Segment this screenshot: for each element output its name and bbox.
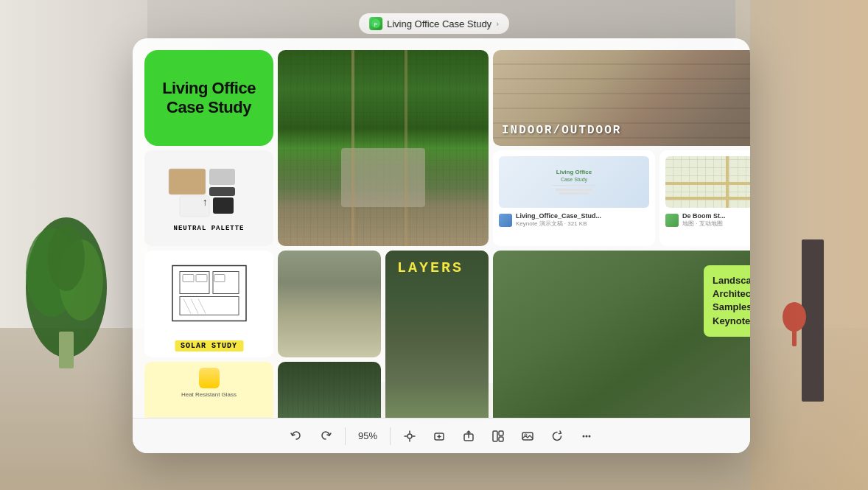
notes-app-icon [199,368,220,388]
zoom-value: 95% [351,430,384,441]
keynote-placeholder-lines [552,189,596,195]
title-text: Living OfficeCase Study [162,79,256,118]
redo-button[interactable] [312,423,339,449]
landscape-card[interactable]: Landscape Architects' Work Samples: See … [493,251,750,418]
svg-text:F: F [374,21,378,28]
indoor-outdoor-card[interactable]: INDOOR/OUTDOOR [493,50,750,146]
green-wall-photo [278,50,489,246]
keynote-text-info: Living_Office_Case_Stud... Keynote 演示文稿 … [516,212,601,228]
map-file-info: De Boom St... 地图 · 互动地图 [665,212,750,228]
svg-rect-41 [499,431,503,435]
media-button[interactable] [514,423,541,449]
material-swatches [161,165,257,220]
svg-rect-20 [213,197,234,214]
green-wall-card-2[interactable] [278,362,381,418]
keynote-file-card[interactable]: Living Office Case Study Living_Office_C… [493,150,655,246]
svg-line-30 [198,298,206,313]
svg-point-46 [586,435,588,437]
solar-study-label: SOLAR STUDY [175,340,243,351]
arrow-sketch: ↑ [203,196,208,208]
svg-point-45 [583,435,585,437]
keynote-subtitle: Case Study [552,177,596,182]
svg-line-29 [191,298,198,313]
office-interior-photo-1 [278,251,381,357]
green-wall-photo-2 [278,362,381,418]
more-options-button[interactable] [573,423,600,449]
office-photo-1[interactable] [278,251,381,357]
svg-line-28 [183,298,191,313]
app-icon: F [369,17,382,30]
svg-point-47 [589,435,591,437]
maps-icon [665,214,679,227]
svg-rect-15 [169,169,206,195]
toolbar-divider-1 [345,427,346,445]
svg-point-11 [783,302,806,332]
keynote-content: Living Office Case Study [552,169,596,196]
green-wall-main-card[interactable] [278,50,489,246]
svg-rect-26 [196,274,207,281]
toolbar-divider-2 [390,427,391,445]
board-content: Living OfficeCase Study [133,38,750,418]
neutral-palette-label: NEUTRAL PALETTE [173,225,244,232]
keynote-filename: Living_Office_Case_Stud... [516,212,601,220]
solar-study-card[interactable]: SOLAR STUDY [144,251,273,357]
keynote-icon [499,214,512,227]
svg-rect-4 [59,332,74,368]
svg-rect-17 [209,169,235,185]
breadcrumb-label: Living Office Case Study [387,18,491,29]
freeform-board[interactable]: Living OfficeCase Study [133,38,750,453]
road-h1 [665,182,750,185]
refresh-button[interactable] [544,423,570,449]
map-text-info: De Boom St... 地图 · 互动地图 [682,212,726,228]
locate-button[interactable] [396,423,423,449]
plant-left [22,214,111,376]
svg-rect-23 [213,271,239,293]
svg-rect-42 [499,437,503,441]
divider [552,185,596,186]
map-meta: 地图 · 互动地图 [682,220,726,228]
title-card: Living OfficeCase Study [144,50,273,146]
heat-resistant-label: Heat Resistant Glass [177,391,241,398]
map-preview: 📍 [665,156,750,208]
svg-rect-12 [792,328,797,346]
road-h2 [665,197,750,200]
breadcrumb-bar[interactable]: F Living Office Case Study › [359,13,509,34]
svg-rect-40 [493,431,497,441]
svg-point-31 [407,434,412,438]
svg-rect-27 [214,274,225,281]
svg-point-3 [48,225,85,291]
landscape-architect-note: Landscape Architects' Work Samples: See … [704,265,750,337]
toolbar: 95% [133,418,750,453]
svg-rect-25 [183,274,194,281]
layers-card[interactable]: LAYERS [385,251,489,418]
building-sketch [165,256,253,330]
indoor-outdoor-label: INDOOR/OUTDOOR [502,124,621,137]
undo-button[interactable] [283,423,309,449]
plant-small [780,298,809,350]
road-v1 [726,156,729,208]
column [351,50,354,246]
keynote-meta: Keynote 演示文稿 · 321 KB [516,220,601,228]
keynote-file-info: Living_Office_Case_Stud... Keynote 演示文稿 … [499,212,649,228]
breadcrumb-chevron: › [496,19,499,28]
landscape-note-text: Landscape Architects' Work Samples: See … [713,275,750,326]
keynote-preview: Living Office Case Study [499,156,649,208]
insert-card-button[interactable] [426,423,452,449]
keynote-title: Living Office [552,169,596,175]
layers-label: LAYERS [397,259,463,276]
map-file-card[interactable]: JOB SITE 📍 De Boom St... 地图 · 互动地图 [659,150,750,246]
material-palette-card: NEUTRAL PALETTE ↑ [144,150,273,246]
map-filename: De Boom St... [682,212,726,220]
note-card[interactable]: Heat Resistant Glass [144,362,273,418]
zoom-display[interactable]: 95% [351,423,384,449]
layout-button[interactable] [485,423,511,449]
svg-rect-22 [180,271,209,293]
svg-rect-18 [209,187,235,196]
svg-rect-43 [522,433,533,440]
board-grid: Living OfficeCase Study [144,50,738,406]
column2 [405,50,407,246]
map-pin: 📍 [748,175,750,186]
svg-rect-24 [180,296,239,315]
share-button[interactable] [455,423,482,449]
